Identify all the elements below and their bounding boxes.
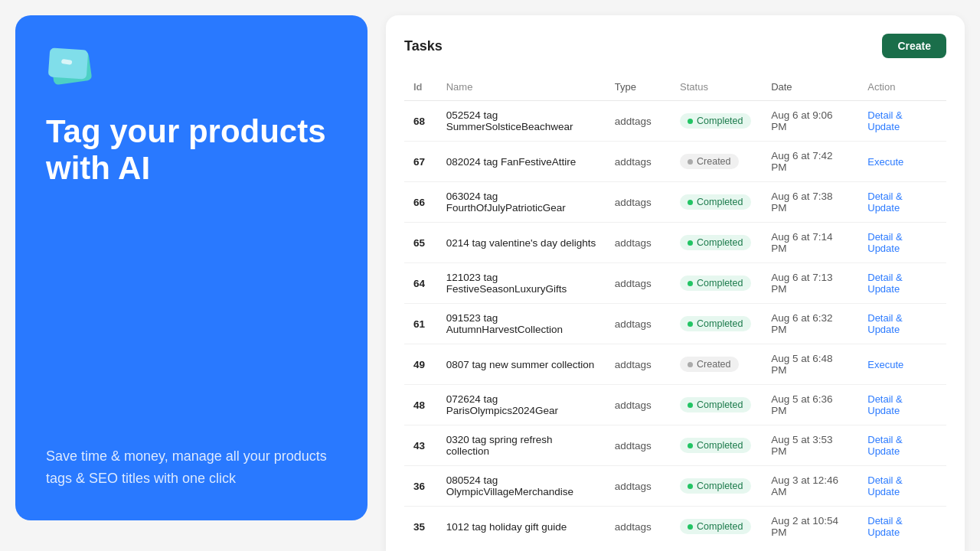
cell-id: 48 (404, 385, 437, 425)
table-row: 35 1012 tag holiday gift guide addtags C… (404, 507, 946, 547)
cell-status: Completed (671, 101, 762, 142)
cell-date: Aug 5 at 6:48 PM (762, 344, 858, 385)
cell-date: Aug 6 at 7:13 PM (762, 263, 858, 304)
status-dot (688, 362, 693, 367)
action-link[interactable]: Execute (867, 156, 903, 168)
col-header-type: Type (606, 73, 671, 101)
cell-type: addtags (606, 507, 671, 547)
cell-id: 65 (404, 223, 437, 263)
cell-name: 0320 tag spring refresh collection (437, 425, 606, 466)
cell-status: Completed (671, 466, 762, 507)
status-badge: Completed (680, 519, 750, 534)
panel-header: Tasks Create (404, 34, 946, 58)
action-link[interactable]: Detail & Update (867, 109, 903, 132)
table-row: 48 072624 tag ParisOlympics2024Gear addt… (404, 385, 946, 425)
cell-type: addtags (606, 101, 671, 142)
right-panel: Tasks Create Id Name Type Status Date Ac… (386, 15, 965, 551)
cell-type: addtags (606, 385, 671, 425)
table-header-row: Id Name Type Status Date Action (404, 73, 946, 101)
action-link[interactable]: Detail & Update (867, 272, 903, 295)
create-button[interactable]: Create (882, 34, 946, 58)
cell-status: Completed (671, 182, 762, 223)
action-link[interactable]: Detail & Update (867, 312, 903, 335)
action-link[interactable]: Execute (867, 359, 903, 370)
status-badge: Completed (680, 276, 750, 291)
main-title: Tag your products with AI (46, 113, 337, 187)
status-dot (688, 240, 693, 246)
status-dot (688, 119, 693, 124)
table-row: 67 082024 tag FanFestiveAttire addtags C… (404, 142, 946, 182)
cell-type: addtags (606, 344, 671, 385)
table-row: 61 091523 tag AutumnHarvestCollection ad… (404, 304, 946, 344)
cell-name: 0807 tag new summer collection (437, 344, 606, 385)
col-header-date: Date (762, 73, 858, 101)
cell-status: Completed (671, 263, 762, 304)
cell-type: addtags (606, 466, 671, 507)
status-badge: Completed (680, 113, 750, 129)
action-link[interactable]: Detail & Update (867, 474, 903, 497)
cell-date: Aug 6 at 9:06 PM (762, 101, 858, 142)
cell-action: Execute (858, 344, 946, 385)
action-link[interactable]: Detail & Update (867, 393, 903, 416)
cell-name: 052524 tag SummerSolsticeBeachwear (437, 101, 606, 142)
cell-action: Detail & Update (858, 182, 946, 223)
cell-id: 67 (404, 142, 437, 182)
status-badge: Completed (680, 316, 750, 331)
cell-id: 68 (404, 101, 437, 142)
action-link[interactable]: Detail & Update (867, 231, 903, 254)
cell-type: addtags (606, 182, 671, 223)
action-link[interactable]: Detail & Update (867, 515, 903, 538)
cell-name: 063024 tag FourthOfJulyPatrioticGear (437, 182, 606, 223)
cell-status: Completed (671, 507, 762, 547)
cell-name: 082024 tag FanFestiveAttire (437, 142, 606, 182)
status-dot (688, 443, 693, 448)
status-dot (688, 403, 693, 408)
cell-status: Completed (671, 385, 762, 425)
cell-action: Detail & Update (858, 101, 946, 142)
cell-date: Aug 5 at 3:53 PM (762, 425, 858, 466)
status-dot (688, 321, 693, 327)
cell-id: 61 (404, 304, 437, 344)
cell-id: 36 (404, 466, 437, 507)
cell-status: Completed (671, 425, 762, 466)
cell-action: Detail & Update (858, 425, 946, 466)
status-dot (688, 200, 693, 205)
table-row: 49 0807 tag new summer collection addtag… (404, 344, 946, 385)
cell-date: Aug 3 at 12:46 AM (762, 466, 858, 507)
cell-date: Aug 6 at 7:14 PM (762, 223, 858, 263)
cell-action: Detail & Update (858, 304, 946, 344)
status-badge: Created (680, 154, 738, 169)
cell-action: Detail & Update (858, 263, 946, 304)
cell-status: Completed (671, 304, 762, 344)
cell-type: addtags (606, 263, 671, 304)
col-header-id: Id (404, 73, 437, 101)
cell-action: Execute (858, 142, 946, 182)
action-link[interactable]: Detail & Update (867, 434, 903, 457)
cell-name: 121023 tag FestiveSeasonLuxuryGifts (437, 263, 606, 304)
cell-type: addtags (606, 223, 671, 263)
cell-date: Aug 6 at 6:32 PM (762, 304, 858, 344)
cell-action: Detail & Update (858, 507, 946, 547)
status-badge: Created (680, 357, 738, 372)
status-dot (688, 524, 693, 530)
status-badge: Completed (680, 397, 750, 412)
cell-date: Aug 5 at 6:36 PM (762, 385, 858, 425)
cell-date: Aug 6 at 7:42 PM (762, 142, 858, 182)
status-badge: Completed (680, 438, 750, 453)
left-card: Tag your products with AI Save time & mo… (15, 15, 368, 520)
action-link[interactable]: Detail & Update (867, 191, 903, 214)
status-dot (688, 159, 693, 165)
cell-action: Detail & Update (858, 385, 946, 425)
cell-id: 49 (404, 344, 437, 385)
cell-status: Created (671, 344, 762, 385)
status-badge: Completed (680, 194, 750, 210)
tasks-table: Id Name Type Status Date Action 68 05252… (404, 73, 946, 546)
table-row: 64 121023 tag FestiveSeasonLuxuryGifts a… (404, 263, 946, 304)
table-row: 43 0320 tag spring refresh collection ad… (404, 425, 946, 466)
cell-name: 0214 tag valentine's day delights (437, 223, 606, 263)
cell-id: 35 (404, 507, 437, 547)
subtitle: Save time & money, manage all your produ… (46, 445, 337, 490)
col-header-name: Name (437, 73, 606, 101)
app-icon (46, 46, 95, 89)
table-row: 65 0214 tag valentine's day delights add… (404, 223, 946, 263)
